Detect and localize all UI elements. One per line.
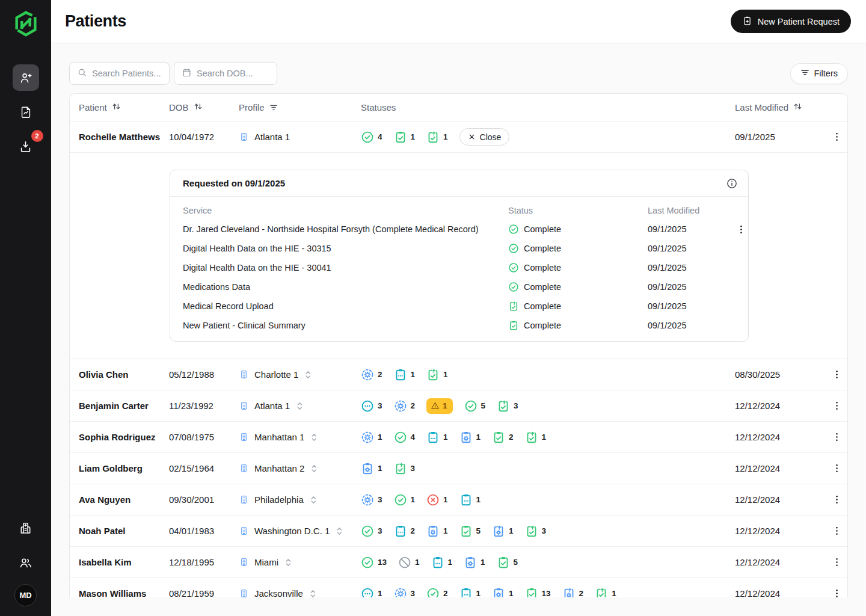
status-badge-clipboard-check: 5 xyxy=(459,525,481,538)
patient-dob: 02/15/1964 xyxy=(169,463,239,473)
row-menu-icon[interactable] xyxy=(831,494,843,505)
profile-selector-icon[interactable] xyxy=(305,370,312,380)
clipboard-upload-icon xyxy=(394,462,407,475)
status-badge-clipboard-upload: 3 xyxy=(525,525,547,538)
status-badge-clipboard-check: 13 xyxy=(525,587,551,598)
search-dob-field[interactable] xyxy=(174,62,277,85)
request-card-columns: ServiceStatusLast Modified xyxy=(170,197,748,220)
check-circle-icon xyxy=(508,282,519,292)
patient-dob: 08/21/1959 xyxy=(169,588,239,597)
sidebar-item-patients[interactable] xyxy=(13,64,39,91)
status-badge-clipboard-dots: 1 xyxy=(459,587,481,598)
service-name: Medical Record Upload xyxy=(183,301,508,311)
status-badge-gear-dashed: 2 xyxy=(394,399,416,413)
patient-profile: Manhattan 2 xyxy=(239,463,361,473)
check-circle-icon xyxy=(426,587,440,598)
clipboard-upload-icon xyxy=(426,368,440,381)
check-circle-icon xyxy=(508,243,519,254)
row-menu-icon[interactable] xyxy=(831,588,843,597)
close-button[interactable]: Close xyxy=(459,128,510,146)
service-row: Medications DataComplete09/1/2025 xyxy=(170,277,748,297)
check-circle-icon xyxy=(394,493,407,507)
check-circle-icon xyxy=(394,431,407,444)
table-row[interactable]: Benjamin Carter11/23/1992Atlanta 1321531… xyxy=(70,390,847,422)
row-menu-icon[interactable] xyxy=(831,431,843,443)
check-circle-icon xyxy=(508,224,519,235)
status-badge-clipboard-dots: 2 xyxy=(394,525,416,538)
profile-selector-icon[interactable] xyxy=(310,495,317,505)
gear-dashed-icon xyxy=(361,368,374,381)
profile-selector-icon[interactable] xyxy=(311,433,318,442)
sidebar-item-downloads[interactable]: 2 xyxy=(13,133,39,159)
clipboard-check-icon xyxy=(459,525,473,538)
patient-name: Ava Nguyen xyxy=(79,494,169,505)
profile-name: Charlotte 1 xyxy=(254,369,298,380)
service-menu-icon[interactable] xyxy=(735,224,747,235)
last-modified: 12/12/2024 xyxy=(735,526,826,536)
patient-name: Olivia Chen xyxy=(79,369,169,380)
row-menu-icon[interactable] xyxy=(831,369,843,380)
filters-button[interactable]: Filters xyxy=(790,63,848,84)
status-badge-clipboard-dots: 1 xyxy=(431,556,453,569)
table-header-row: Patient DOB Profil xyxy=(70,94,847,122)
brand-logo-icon[interactable] xyxy=(10,8,41,39)
status-badge-clipboard-dots: 1 xyxy=(459,493,481,507)
search-dob-input[interactable] xyxy=(197,69,269,78)
column-last-modified[interactable]: Last Modified xyxy=(735,102,826,112)
profile-selector-icon[interactable] xyxy=(336,526,343,536)
table-row[interactable]: Isabella Kim12/18/1995Miami13111512/12/2… xyxy=(70,547,847,578)
patient-name: Sophia Rodriguez xyxy=(79,432,169,442)
info-icon[interactable] xyxy=(726,177,738,189)
row-menu-icon[interactable] xyxy=(831,463,843,474)
row-menu-icon[interactable] xyxy=(831,131,843,143)
search-patients-input[interactable] xyxy=(92,69,162,78)
sidebar-item-reports[interactable] xyxy=(13,99,39,125)
last-modified: 12/12/2024 xyxy=(735,401,826,411)
clipboard-upload-icon xyxy=(525,525,538,538)
patient-profile: Washington D.C. 1 xyxy=(239,526,361,536)
table-row[interactable]: Rochelle Matthews10/04/1972Atlanta 1411C… xyxy=(70,122,847,153)
table-row[interactable]: Sophia Rodriguez07/08/1975Manhattan 1141… xyxy=(70,422,847,453)
service-status: Complete xyxy=(508,262,648,273)
toolbar: Filters xyxy=(69,62,848,85)
status-badge-clipboard-gear: 1 xyxy=(426,525,448,538)
status-badge-clipboard-upload: 3 xyxy=(394,462,416,475)
building-icon xyxy=(239,588,249,597)
table-row[interactable]: Olivia Chen05/12/1988Charlotte 121108/30… xyxy=(70,359,847,390)
patient-statuses: 411Close xyxy=(361,128,735,146)
new-patient-request-button[interactable]: New Patient Request xyxy=(731,10,851,33)
sidebar-item-team[interactable] xyxy=(13,549,39,576)
profile-selector-icon[interactable] xyxy=(285,558,292,567)
row-menu-icon[interactable] xyxy=(831,556,843,568)
status-badge-check-circle: 2 xyxy=(426,587,448,598)
column-profile[interactable]: Profile xyxy=(239,102,361,112)
column-dob[interactable]: DOB xyxy=(169,102,239,112)
row-menu-icon[interactable] xyxy=(831,525,843,537)
profile-selector-icon[interactable] xyxy=(310,589,316,598)
table-row[interactable]: Noah Patel04/01/1983Washington D.C. 1321… xyxy=(70,516,847,547)
service-status: Complete xyxy=(508,243,648,254)
clipboard-dots-icon xyxy=(459,493,473,507)
clipboard-gear-icon xyxy=(492,587,505,598)
clipboard-gear-icon xyxy=(459,431,473,444)
user-avatar[interactable]: MD xyxy=(14,584,37,606)
patient-statuses: 321513 xyxy=(361,525,735,538)
column-patient[interactable]: Patient xyxy=(79,102,169,112)
patient-statuses: 131115 xyxy=(361,556,735,569)
status-badge-check-circle: 3 xyxy=(361,525,382,538)
row-menu-icon[interactable] xyxy=(831,400,843,411)
table-row[interactable]: Ava Nguyen09/30/2001Philadelphia311112/1… xyxy=(70,484,847,516)
profile-selector-icon[interactable] xyxy=(311,464,318,473)
x-circle-icon xyxy=(426,493,440,507)
profile-selector-icon[interactable] xyxy=(296,401,303,411)
patient-dob: 09/30/2001 xyxy=(169,494,239,505)
table-row[interactable]: Mason Williams08/21/1959Jacksonville1321… xyxy=(70,578,847,597)
table-body: Rochelle Matthews10/04/1972Atlanta 1411C… xyxy=(70,122,847,597)
service-row: Digital Health Data on the HIE - 30315Co… xyxy=(170,239,748,258)
status-badge-gear-dashed: 3 xyxy=(394,587,416,598)
search-patients-field[interactable] xyxy=(69,62,170,85)
patient-name: Benjamin Carter xyxy=(79,401,169,411)
table-row[interactable]: Liam Goldberg02/15/1964Manhattan 21312/1… xyxy=(70,453,847,484)
sidebar-item-facilities[interactable] xyxy=(13,514,39,541)
clipboard-upload-icon xyxy=(595,587,608,598)
